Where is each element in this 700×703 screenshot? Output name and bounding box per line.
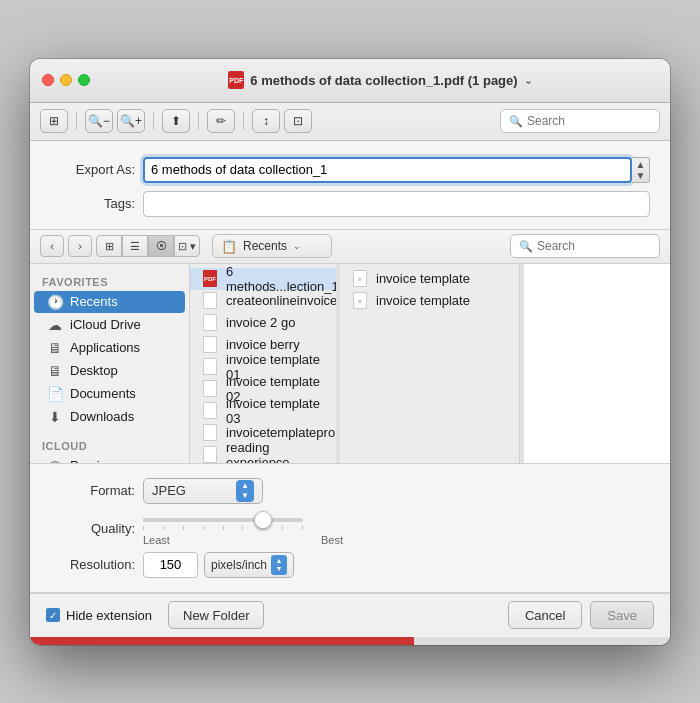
zoom-in-button[interactable]: 🔍+ [117,109,145,133]
preview-icon: 👁 [46,458,64,463]
browser-search-box[interactable]: 🔍 [510,234,660,258]
window-title-area: PDF 6 methods of data collection_1.pdf (… [102,71,658,89]
location-selector[interactable]: 📋 Recents ⌄ [212,234,332,258]
sidebar-toggle-button[interactable]: ⊞ [40,109,68,133]
gallery-view-button[interactable]: ⊡ ▾ [174,235,200,257]
window-title: 6 methods of data collection_1.pdf (1 pa… [250,73,517,88]
sidebar-applications-label: Applications [70,340,140,355]
expand-dialog-button[interactable]: ▲▼ [632,157,650,183]
second-col-icon-1: ≡ [352,292,368,310]
doc-file-icon-1 [203,292,217,309]
save-dialog: Export As: ▲▼ Tags: [30,141,670,230]
quality-slider-container: Least Best [143,512,343,546]
file-icon-3 [202,336,218,354]
new-folder-button[interactable]: New Folder [168,601,264,629]
sidebar-item-applications[interactable]: 🖥 Applications [34,337,185,359]
search-input[interactable] [527,114,651,128]
export-as-label: Export As: [50,162,135,177]
file-name-3: invoice berry [226,337,300,352]
sidebar-item-downloads[interactable]: ⬇ Downloads [34,406,185,428]
hide-extension-label: Hide extension [66,608,152,623]
column-view-button[interactable]: ⦿ [148,235,174,257]
back-button[interactable]: ‹ [40,235,64,257]
sign-button[interactable]: ↕ [252,109,280,133]
sidebar-item-recents[interactable]: 🕐 Recents [34,291,185,313]
slider-thumb[interactable] [254,511,272,529]
export-as-input[interactable] [143,157,632,183]
downloads-icon: ⬇ [46,409,64,425]
maximize-button[interactable] [78,74,90,86]
quality-slider-track [143,518,303,522]
second-col-item-0[interactable]: ≡ invoice template [340,268,519,290]
footer: ✓ Hide extension New Folder Cancel Save [30,593,670,637]
zoom-out-button[interactable]: 🔍− [85,109,113,133]
second-col-name-0: invoice template [376,271,470,286]
sidebar-item-icloud-drive[interactable]: ☁ iCloud Drive [34,314,185,336]
browser-search-icon: 🔍 [519,240,533,253]
sidebar-item-documents[interactable]: 📄 Documents [34,383,185,405]
icloud-section-label: iCloud [30,436,189,454]
file-item-8[interactable]: reading experience [190,444,336,463]
file-name-2: invoice 2 go [226,315,295,330]
view-buttons: ⊞ ☰ ⦿ ⊡ ▾ [96,235,200,257]
back-icon: ‹ [50,240,54,252]
sidebar-icloud-drive-label: iCloud Drive [70,317,141,332]
second-col-item-1[interactable]: ≡ invoice template [340,290,519,312]
second-col-icon-0: ≡ [352,270,368,288]
title-bar: PDF 6 methods of data collection_1.pdf (… [30,59,670,103]
search-icon: 🔍 [509,115,523,128]
file-icon-7 [202,424,218,442]
file-item-6[interactable]: invoice template 03 [190,400,336,422]
applications-icon: 🖥 [46,340,64,356]
second-col-name-1: invoice template [376,293,470,308]
icloud-drive-icon: ☁ [46,317,64,333]
file-icon-1 [202,292,218,310]
file-name-8: reading experience [226,440,324,463]
slider-min-label: Least [143,534,170,546]
format-selector[interactable]: JPEG ▲ ▼ [143,478,263,504]
markup-button[interactable]: ✏ [207,109,235,133]
toolbar-divider-2 [153,112,154,130]
toolbar-divider-3 [198,112,199,130]
title-chevron-icon[interactable]: ⌄ [524,75,532,86]
location-chevron-icon: ⌄ [293,241,301,251]
forward-button[interactable]: › [68,235,92,257]
file-icon-0: PDF [202,270,218,288]
location-bar: 📋 Recents ⌄ [212,234,506,258]
share-button[interactable]: ⬆ [162,109,190,133]
resolution-input[interactable] [143,552,198,578]
doc-file-icon-2 [203,314,217,331]
file-item-0[interactable]: PDF 6 methods...lection_1.pdf [190,268,336,290]
hide-extension-checkbox-area[interactable]: ✓ Hide extension [46,608,152,623]
cancel-button[interactable]: Cancel [508,601,582,629]
slider-max-label: Best [321,534,343,546]
file-icon-8 [202,446,218,463]
resolution-label: Resolution: [50,557,135,572]
browser-search-input[interactable] [537,239,651,253]
file-item-1[interactable]: createonlineinvoices [190,290,336,312]
resolution-unit-selector[interactable]: pixels/inch ▲ ▼ [204,552,294,578]
traffic-lights [42,74,90,86]
desktop-icon: 🖥 [46,363,64,379]
tags-input[interactable] [143,191,650,217]
save-button[interactable]: Save [590,601,654,629]
close-button[interactable] [42,74,54,86]
toolbar-search-box[interactable]: 🔍 [500,109,660,133]
minimize-button[interactable] [60,74,72,86]
forms-button[interactable]: ⊡ [284,109,312,133]
doc-file-icon-7 [203,424,217,441]
file-name-7: invoicetemplatepro [226,425,335,440]
slider-fill [143,518,263,522]
doc-file-icon-4 [203,358,217,375]
sidebar-item-preview[interactable]: 👁 Preview [34,455,185,463]
hide-extension-checkbox[interactable]: ✓ [46,608,60,622]
sidebar-downloads-label: Downloads [70,409,134,424]
documents-icon: 📄 [46,386,64,402]
browser-content: Favorites 🕐 Recents ☁ iCloud Drive 🖥 App… [30,264,670,464]
sidebar-item-desktop[interactable]: 🖥 Desktop [34,360,185,382]
sidebar: Favorites 🕐 Recents ☁ iCloud Drive 🖥 App… [30,264,190,463]
pdf-icon: PDF [228,71,244,89]
file-item-2[interactable]: invoice 2 go [190,312,336,334]
icon-view-button[interactable]: ⊞ [96,235,122,257]
list-view-button[interactable]: ☰ [122,235,148,257]
